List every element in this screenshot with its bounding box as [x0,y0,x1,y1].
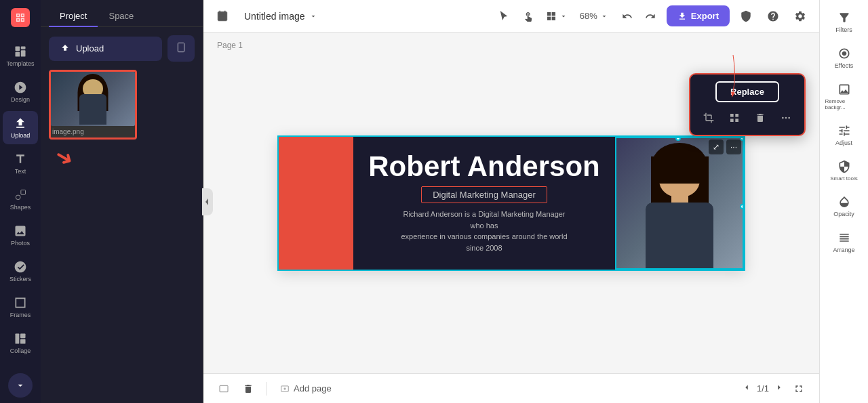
canvas-options: ⤢ ··· [709,140,741,154]
handle-top-middle[interactable] [675,137,681,141]
svg-point-22 [788,117,790,119]
right-tool-filters[interactable]: Filters [823,5,866,39]
svg-point-21 [785,117,787,119]
collapse-handle[interactable] [202,188,213,215]
sidebar-item-design[interactable]: Design [3,75,38,108]
help-button[interactable] [762,5,784,27]
sidebar-item-photos[interactable]: Photos [3,219,38,252]
view-options[interactable] [542,5,572,27]
left-red-arrow: ➜ [50,142,79,173]
right-tool-arrange[interactable]: Arrange [823,226,866,259]
delete-page-button[interactable] [239,379,258,398]
crop-icon-button[interactable] [698,108,719,128]
sidebar-text-label: Text [15,168,26,175]
svg-point-20 [782,117,784,119]
pointer-tool[interactable] [493,5,515,27]
zoom-control[interactable]: 68% [574,8,614,24]
more-options-button[interactable]: ··· [726,140,741,154]
image-filename: image.png [51,126,135,137]
shield-button[interactable] [735,5,757,27]
main-area: Untitled image 68% [203,0,819,403]
upload-button[interactable]: Upload [49,37,162,61]
canvas-wrapper: Robert Anderson Digital Marketing Manage… [277,135,745,271]
main-toolbar: Untitled image 68% [203,0,819,33]
sidebar-frames-label: Frames [10,312,31,318]
canvas-area: Page 1 Robert Anderson Digital Marketing… [203,33,819,373]
toolbar-left: Untitled image [212,5,488,27]
svg-rect-12 [551,12,555,16]
svg-rect-9 [178,43,184,51]
svg-rect-2 [21,50,26,56]
design-canvas[interactable]: Robert Anderson Digital Marketing Manage… [277,135,745,271]
svg-rect-16 [730,114,734,117]
device-button[interactable] [167,35,195,62]
sidebar-item-frames[interactable]: Frames [3,291,38,324]
undo-redo-group [616,5,661,27]
bottom-left: Add page [214,379,337,398]
undo-button[interactable] [616,5,638,27]
more-tools-button[interactable] [8,373,33,398]
zoom-value: 68% [580,11,597,21]
page-navigation: 1/1 [757,383,769,394]
smart-tools-label: Smart tools [830,175,857,182]
right-tool-remove-bg[interactable]: Remove backgr... [823,77,866,116]
cloud-save-button[interactable] [212,5,233,27]
handle-right-middle[interactable] [740,204,744,209]
tab-space[interactable]: Space [98,5,144,26]
bottom-right: 1/1 [742,379,808,398]
next-page-button[interactable] [774,383,784,395]
image-thumbnail[interactable]: image.png [49,70,137,140]
person-torso [646,203,713,270]
delete-icon-button[interactable] [750,108,770,128]
svg-rect-5 [21,190,26,195]
app-logo [11,8,30,27]
logo-area[interactable] [8,5,33,30]
svg-rect-19 [735,119,738,122]
export-label: Export [691,11,719,21]
page-thumbnail-button[interactable] [214,379,233,398]
handle-left-middle[interactable] [615,204,616,209]
bottom-bar: Add page 1/1 [203,373,819,403]
right-tool-smart[interactable]: Smart tools [823,154,866,187]
svg-rect-23 [220,385,228,391]
sidebar-upload-label: Upload [11,132,31,139]
export-button[interactable]: Export [667,5,730,26]
more-icon-button[interactable] [776,108,796,128]
expand-button[interactable]: ⤢ [709,140,724,154]
fullscreen-button[interactable] [789,379,808,398]
redo-button[interactable] [639,5,661,27]
settings-button[interactable] [789,5,811,27]
sidebar-item-upload[interactable]: Upload [3,111,38,144]
sidebar-item-collage[interactable]: Collage [3,326,38,360]
sidebar-item-text[interactable]: Text [3,147,38,180]
prev-page-button[interactable] [742,383,751,395]
effects-label: Effects [835,62,853,69]
panel: Project Space Upload [41,0,203,403]
sidebar-item-stickers[interactable]: Stickers [3,255,38,288]
tab-project[interactable]: Project [49,5,98,26]
person-illustration [635,143,724,268]
right-tool-adjust[interactable]: Adjust [823,119,866,152]
grid-icon-button[interactable] [724,108,745,128]
filters-label: Filters [835,26,852,33]
hand-tool[interactable] [517,5,539,27]
canvas-photo[interactable]: ↻ [615,137,744,270]
svg-rect-14 [551,16,555,20]
sidebar-item-templates[interactable]: Templates [3,39,38,72]
sidebar-shapes-label: Shapes [10,204,31,211]
sidebar-templates-label: Templates [6,60,34,67]
svg-rect-1 [21,47,26,49]
person-hair [652,143,707,184]
svg-rect-17 [735,114,738,117]
svg-rect-8 [20,339,26,344]
panel-tabs: Project Space [41,0,203,27]
right-tool-effects[interactable]: Effects [823,41,866,75]
document-title[interactable]: Untitled image [239,8,323,24]
page-label: Page 1 [217,41,243,50]
add-page-button[interactable]: Add page [275,381,337,396]
handle-top-left[interactable] [615,137,616,141]
right-tool-opacity[interactable]: Opacity [823,190,866,223]
red-arrow-down [716,51,750,102]
toolbar-right: Export [667,5,811,27]
sidebar-item-shapes[interactable]: Shapes [3,183,38,216]
